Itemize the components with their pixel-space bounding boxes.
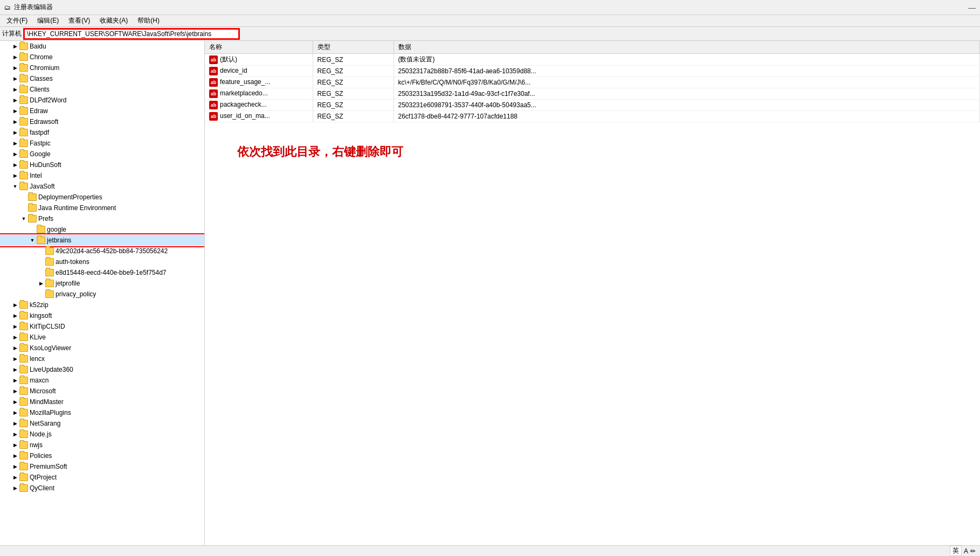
tree-item-kittipclsid[interactable]: KitTipCLSID xyxy=(0,321,204,332)
tree-item-edraw[interactable]: Edraw xyxy=(0,106,204,116)
menu-favorites[interactable]: 收藏夹(A) xyxy=(95,15,132,26)
ime-indicator[interactable]: 英 xyxy=(950,546,962,556)
expand-liveupdate360[interactable] xyxy=(11,365,19,374)
tree-item-kingsoft[interactable]: kingsoft xyxy=(0,310,204,321)
tree-item-lencx[interactable]: lencx xyxy=(0,353,204,364)
tree-item-qyclient[interactable]: QyClient xyxy=(0,483,204,494)
tree-item-mozillaplugins[interactable]: MozillaPlugins xyxy=(0,407,204,418)
tree-item-k52zip[interactable]: k52zip xyxy=(0,300,204,310)
tree-label-microsoft: Microsoft xyxy=(30,387,56,395)
expand-maxcn[interactable] xyxy=(11,376,19,385)
expand-jetprofile[interactable] xyxy=(37,279,45,288)
expand-premiumsoft[interactable] xyxy=(11,462,19,471)
tree-item-uuid1[interactable]: 49c202d4-ac56-452b-bb84-735056242 xyxy=(0,246,204,256)
expand-microsoft[interactable] xyxy=(11,387,19,395)
expand-kingsoft[interactable] xyxy=(11,311,19,320)
expand-google[interactable] xyxy=(11,150,19,158)
folder-icon-ksologviewer xyxy=(19,344,28,352)
tree-label-fastpic: Fastpic xyxy=(30,140,51,147)
tree-item-mindmaster[interactable]: MindMaster xyxy=(0,397,204,407)
tree-item-nwjs[interactable]: nwjs xyxy=(0,440,204,450)
expand-kittipclsid[interactable] xyxy=(11,322,19,331)
folder-icon-edrawsoft xyxy=(19,118,28,126)
tree-item-uuid2[interactable]: e8d15448-eecd-440e-bbe9-1e5f754d7 xyxy=(0,267,204,278)
expand-fastpic[interactable] xyxy=(11,139,19,148)
tree-item-intel[interactable]: Intel xyxy=(0,170,204,181)
menu-file[interactable]: 文件(F) xyxy=(2,15,32,26)
tree-item-google2[interactable]: google xyxy=(0,224,204,235)
expand-nodejs[interactable] xyxy=(11,430,19,439)
expand-edraw[interactable] xyxy=(11,107,19,115)
tree-item-clients[interactable]: Clients xyxy=(0,84,204,95)
tree-item-premiumsoft[interactable]: PremiumSoft xyxy=(0,461,204,472)
tree-item-classes[interactable]: Classes xyxy=(0,73,204,84)
expand-jetbrains[interactable] xyxy=(28,236,37,245)
expand-mindmaster[interactable] xyxy=(11,398,19,406)
tree-item-nodejs[interactable]: Node.js xyxy=(0,429,204,440)
expand-mozillaplugins[interactable] xyxy=(11,408,19,417)
tree-item-jre[interactable]: Java Runtime Environment xyxy=(0,203,204,213)
expand-baidu[interactable] xyxy=(11,42,19,51)
tree-item-deploymentproperties[interactable]: DeploymentProperties xyxy=(0,192,204,203)
table-row[interactable]: abpackagecheck... REG_SZ 2503231e6098791… xyxy=(205,100,980,111)
expand-intel[interactable] xyxy=(11,171,19,180)
tree-item-ksologviewer[interactable]: KsoLogViewer xyxy=(0,343,204,353)
expand-qyclient[interactable] xyxy=(11,484,19,492)
reg-icon: ab xyxy=(209,112,218,121)
tree-item-fastpdf[interactable]: fastpdf xyxy=(0,127,204,138)
cell-name: abuser_id_on_ma... xyxy=(205,111,313,122)
minimize-button[interactable]: — xyxy=(968,3,976,12)
expand-lencx[interactable] xyxy=(11,355,19,363)
tree-item-prefs[interactable]: Prefs xyxy=(0,213,204,224)
menu-edit[interactable]: 编辑(E) xyxy=(33,15,63,26)
tree-item-klive[interactable]: KLive xyxy=(0,332,204,343)
col-name: 名称 xyxy=(205,41,313,54)
table-row[interactable]: abmarketplacedo... REG_SZ 25032313a195d3… xyxy=(205,88,980,100)
expand-dlpdf2word[interactable] xyxy=(11,96,19,105)
expand-netsarang[interactable] xyxy=(11,419,19,428)
expand-nwjs[interactable] xyxy=(11,441,19,449)
tree-item-chrome[interactable]: Chrome xyxy=(0,52,204,62)
tree-item-qtproject[interactable]: QtProject xyxy=(0,472,204,483)
expand-chromium[interactable] xyxy=(11,64,19,72)
folder-icon-clients xyxy=(19,86,28,93)
tree-item-fastpic[interactable]: Fastpic xyxy=(0,138,204,149)
expand-prefs[interactable] xyxy=(19,214,28,223)
tree-item-google[interactable]: Google xyxy=(0,149,204,159)
tree-item-hudunsoft[interactable]: HuDunSoft xyxy=(0,159,204,170)
expand-fastpdf[interactable] xyxy=(11,128,19,137)
table-row[interactable]: abuser_id_on_ma... REG_SZ 26cf1378-dbe8-… xyxy=(205,111,980,122)
expand-edrawsoft[interactable] xyxy=(11,117,19,126)
expand-policies[interactable] xyxy=(11,451,19,460)
tree-item-liveupdate360[interactable]: LiveUpdate360 xyxy=(0,364,204,375)
expand-ksologviewer[interactable] xyxy=(11,344,19,352)
tree-item-baidu[interactable]: Baidu xyxy=(0,41,204,52)
tree-item-dlpdf2word[interactable]: DLPdf2Word xyxy=(0,95,204,106)
tree-item-chromium[interactable]: Chromium xyxy=(0,62,204,73)
tree-item-javasoft[interactable]: JavaSoft xyxy=(0,181,204,192)
table-row[interactable]: ab(默认) REG_SZ (数值未设置) xyxy=(205,54,980,66)
annotation: 依次找到此目录，右键删除即可 xyxy=(205,122,980,182)
menu-view[interactable]: 查看(V) xyxy=(64,15,94,26)
expand-klive[interactable] xyxy=(11,333,19,342)
expand-qtproject[interactable] xyxy=(11,473,19,482)
tree-item-netsarang[interactable]: NetSarang xyxy=(0,418,204,429)
table-row[interactable]: abdevice_id REG_SZ 25032317a2b88b7-85f6-… xyxy=(205,66,980,77)
tree-item-jetbrains[interactable]: jetbrains xyxy=(0,235,204,246)
expand-classes[interactable] xyxy=(11,74,19,83)
address-input[interactable] xyxy=(24,29,239,39)
expand-javasoft[interactable] xyxy=(11,182,19,191)
tree-item-microsoft[interactable]: Microsoft xyxy=(0,386,204,397)
menu-help[interactable]: 帮助(H) xyxy=(133,15,164,26)
tree-item-policies[interactable]: Policies xyxy=(0,450,204,461)
table-row[interactable]: abfeature_usage_... REG_SZ kc\+/Fk/Bfe/C… xyxy=(205,77,980,88)
tree-item-edrawsoft[interactable]: Edrawsoft xyxy=(0,116,204,127)
tree-item-maxcn[interactable]: maxcn xyxy=(0,375,204,386)
expand-clients[interactable] xyxy=(11,85,19,94)
expand-hudunsoft[interactable] xyxy=(11,161,19,169)
expand-k52zip[interactable] xyxy=(11,301,19,309)
expand-chrome[interactable] xyxy=(11,53,19,61)
tree-item-authtokens[interactable]: auth-tokens xyxy=(0,256,204,267)
tree-item-jetprofile[interactable]: jetprofile xyxy=(0,278,204,289)
tree-item-privacypolicy[interactable]: privacy_policy xyxy=(0,289,204,300)
